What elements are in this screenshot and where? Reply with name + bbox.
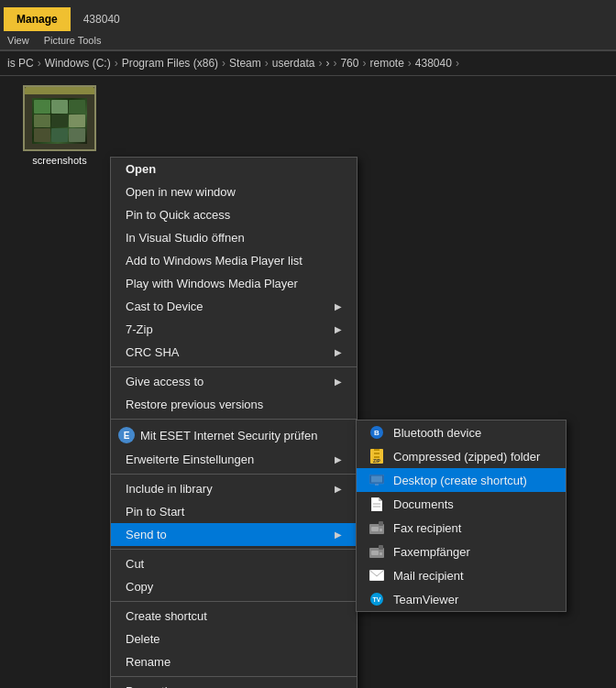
eset-icon: E — [118, 427, 135, 443]
sub-fax[interactable]: Fax recipient — [357, 516, 566, 540]
ribbon-row: View Picture Tools — [0, 31, 616, 49]
ctx-copy[interactable]: Copy — [111, 575, 357, 598]
address-bar: is PC › Windows (C:) › Program Files (x8… — [0, 50, 616, 76]
svg-rect-4 — [374, 453, 380, 454]
ctx-properties[interactable]: Properties — [111, 680, 357, 688]
title-bar: Manage 438040 View Picture Tools — [0, 0, 616, 50]
divider-3 — [111, 474, 357, 475]
addr-part-5[interactable]: › — [325, 57, 329, 70]
folder-label: screenshots — [32, 155, 86, 166]
sub-faxempfanger[interactable]: Faxempfänger — [357, 540, 566, 563]
fax-label: Fax recipient — [393, 521, 461, 535]
faxempfanger-label: Faxempfänger — [393, 545, 470, 559]
tab-manage[interactable]: Manage — [4, 7, 71, 31]
ctx-give-access[interactable]: Give access to ▶ — [111, 370, 357, 393]
addr-part-7[interactable]: remote — [369, 57, 403, 70]
erweiterte-arrow-icon: ▶ — [335, 454, 342, 464]
faxempfanger-icon — [368, 544, 386, 559]
svg-rect-3 — [374, 449, 380, 451]
addr-part-4[interactable]: userdata — [272, 57, 315, 70]
folder-item-screenshots[interactable]: screenshots — [18, 85, 101, 166]
cast-arrow-icon: ▶ — [335, 301, 342, 311]
addr-part-6[interactable]: 760 — [340, 57, 358, 70]
submenu-panel: B Bluetooth device ZIP Compressed (zipp — [356, 420, 566, 612]
divider-5 — [111, 601, 357, 602]
svg-text:TV: TV — [373, 596, 381, 603]
svg-rect-20 — [371, 551, 379, 555]
folder-inner — [32, 98, 87, 144]
fax-icon — [368, 520, 386, 535]
ctx-delete[interactable]: Delete — [111, 628, 357, 650]
ctx-add-media[interactable]: Add to Windows Media Player list — [111, 249, 357, 272]
zip-icon: ZIP — [368, 449, 386, 464]
svg-rect-9 — [375, 484, 379, 486]
svg-text:B: B — [374, 429, 380, 437]
ctx-crc-sha[interactable]: CRC SHA ▶ — [111, 341, 357, 364]
svg-text:ZIP: ZIP — [373, 458, 380, 464]
documents-label: Documents — [393, 497, 454, 511]
bluetooth-icon: B — [368, 425, 386, 440]
ctx-open[interactable]: Open — [111, 158, 357, 180]
svg-rect-16 — [371, 527, 379, 531]
svg-rect-19 — [379, 545, 383, 550]
svg-rect-15 — [379, 521, 383, 526]
sub-compressed[interactable]: ZIP Compressed (zipped) folder — [357, 444, 566, 468]
addr-part-1[interactable]: Windows (C:) — [45, 57, 111, 70]
ctx-play-media[interactable]: Play with Windows Media Player — [111, 272, 357, 295]
ctx-visual-studio[interactable]: In Visual Studio öffnen — [111, 226, 357, 249]
ctx-cast-device[interactable]: Cast to Device ▶ — [111, 295, 357, 318]
give-access-arrow-icon: ▶ — [335, 377, 342, 387]
ctx-rename[interactable]: Rename — [111, 650, 357, 673]
svg-rect-21 — [380, 552, 382, 555]
ctx-erweiterte[interactable]: Erweiterte Einstellungen ▶ — [111, 448, 357, 471]
svg-rect-17 — [380, 529, 382, 531]
ctx-include-library[interactable]: Include in library ▶ — [111, 477, 357, 500]
sendto-submenu: B Bluetooth device ZIP Compressed (zipp — [356, 420, 566, 612]
addr-part-8[interactable]: 438040 — [415, 57, 452, 70]
documents-icon — [368, 497, 386, 511]
bluetooth-label: Bluetooth device — [393, 426, 481, 440]
divider-4 — [111, 549, 357, 550]
ctx-7zip[interactable]: 7-Zip ▶ — [111, 318, 357, 341]
sub-mail[interactable]: Mail recipient — [357, 563, 566, 587]
main-area: screenshots Open Open in new window Pin … — [0, 76, 616, 688]
ribbon-picture-tools[interactable]: Picture Tools — [44, 35, 102, 46]
library-arrow-icon: ▶ — [335, 484, 342, 494]
divider-1 — [111, 366, 357, 367]
addr-part-0[interactable]: is PC — [7, 57, 34, 70]
ctx-cut[interactable]: Cut — [111, 552, 357, 575]
ctx-eset[interactable]: E Mit ESET Internet Security prüfen — [111, 422, 357, 448]
sub-bluetooth[interactable]: B Bluetooth device — [357, 420, 566, 444]
7zip-arrow-icon: ▶ — [335, 324, 342, 334]
desktop-shortcut-label: Desktop (create shortcut) — [393, 474, 527, 487]
tab-438040[interactable]: 438040 — [71, 7, 133, 31]
ctx-send-to[interactable]: Send to ▶ — [111, 523, 357, 546]
svg-rect-8 — [371, 476, 382, 483]
sendto-arrow-icon: ▶ — [335, 530, 342, 540]
mail-label: Mail recipient — [393, 569, 464, 583]
desktop-icon — [368, 473, 386, 487]
mail-icon — [368, 568, 386, 583]
divider-6 — [111, 676, 357, 677]
addr-part-2[interactable]: Program Files (x86) — [122, 57, 218, 70]
teamviewer-icon: TV — [368, 592, 386, 606]
sub-teamviewer[interactable]: TV TeamViewer — [357, 587, 566, 611]
ribbon-view[interactable]: View — [7, 35, 29, 46]
ctx-pin-quick[interactable]: Pin to Quick access — [111, 203, 357, 226]
folder-thumbnail — [23, 85, 96, 151]
compressed-label: Compressed (zipped) folder — [393, 450, 540, 464]
ctx-restore-versions[interactable]: Restore previous versions — [111, 393, 357, 416]
addr-part-3[interactable]: Steam — [229, 57, 261, 70]
divider-2 — [111, 419, 357, 420]
open-label: Open — [126, 162, 156, 176]
sub-desktop-shortcut[interactable]: Desktop (create shortcut) — [357, 468, 566, 492]
teamviewer-label: TeamViewer — [393, 593, 458, 606]
context-menu: Open Open in new window Pin to Quick acc… — [110, 157, 358, 688]
ctx-pin-start[interactable]: Pin to Start — [111, 500, 357, 523]
sub-documents[interactable]: Documents — [357, 492, 566, 516]
ctx-open-new-window[interactable]: Open in new window — [111, 180, 357, 203]
crcsha-arrow-icon: ▶ — [335, 347, 342, 357]
ctx-create-shortcut[interactable]: Create shortcut — [111, 605, 357, 628]
